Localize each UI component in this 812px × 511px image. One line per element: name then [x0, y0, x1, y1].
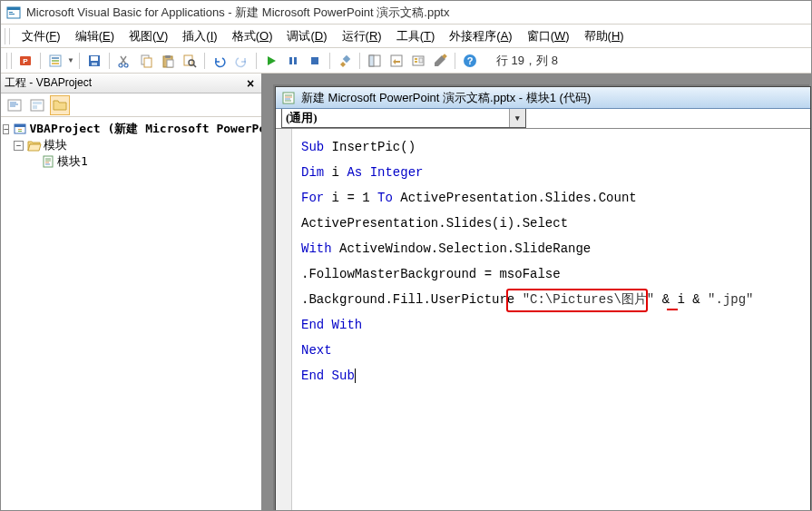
svg-line-22 [193, 64, 196, 67]
break-icon[interactable] [283, 51, 303, 71]
menu-view[interactable]: 视图(V) [122, 25, 174, 47]
svg-text:?: ? [467, 55, 474, 66]
svg-point-14 [124, 64, 128, 67]
menu-tools[interactable]: 工具(T) [390, 25, 442, 47]
code-window-titlebar[interactable]: 新建 Microsoft PowerPoint 演示文稿.pptx - 模块1 … [276, 87, 810, 109]
run-icon[interactable] [261, 51, 281, 71]
svg-rect-37 [8, 100, 21, 111]
project-pane-header: 工程 - VBAProject × [1, 74, 261, 93]
svg-rect-24 [294, 57, 297, 64]
code-dropdown-row: (通用) ▾ [276, 109, 810, 129]
code-module-icon [281, 91, 296, 105]
code-margin[interactable] [276, 129, 292, 511]
tree-root-label: VBAProject (新建 Microsoft PowerPoint 演示文稿… [29, 121, 261, 137]
collapse-icon[interactable]: − [14, 141, 24, 151]
tree-module1[interactable]: 模块1 [3, 153, 259, 170]
menubar-grip[interactable] [5, 28, 10, 44]
copy-icon[interactable] [136, 51, 156, 71]
svg-text:P: P [23, 57, 28, 65]
close-icon[interactable]: × [243, 76, 258, 91]
menu-insert[interactable]: 插入(I) [176, 25, 223, 47]
menu-help[interactable]: 帮助(H) [578, 25, 631, 47]
svg-rect-43 [33, 105, 37, 109]
menu-file[interactable]: 文件(F) [15, 25, 67, 47]
object-dropdown[interactable]: (通用) ▾ [281, 109, 526, 128]
object-browser-icon[interactable] [408, 51, 428, 71]
svg-rect-53 [283, 93, 294, 103]
toggle-folders-icon[interactable] [50, 95, 70, 115]
project-tree[interactable]: − VBAProject (新建 Microsoft PowerPoint 演示… [1, 117, 261, 173]
tree-root[interactable]: − VBAProject (新建 Microsoft PowerPoint 演示… [3, 121, 259, 137]
menubar: 文件(F) 编辑(E) 视图(V) 插入(I) 格式(O) 调试(D) 运行(R… [1, 25, 811, 48]
toolbar-grip[interactable] [6, 53, 12, 69]
project-explorer-pane: 工程 - VBAProject × − VBAProject (新建 Micro… [1, 74, 262, 511]
svg-rect-3 [9, 14, 15, 15]
cursor-position: 行 19，列 8 [496, 53, 558, 69]
undo-icon[interactable] [210, 51, 230, 71]
svg-rect-28 [369, 55, 374, 66]
menu-format[interactable]: 格式(O) [226, 25, 279, 47]
save-icon[interactable] [84, 51, 104, 71]
code-window: 新建 Microsoft PowerPoint 演示文稿.pptx - 模块1 … [275, 86, 811, 511]
svg-rect-33 [419, 58, 423, 63]
help-icon[interactable]: ? [460, 51, 480, 71]
insert-dropdown-icon[interactable]: ▼ [67, 56, 74, 64]
svg-rect-7 [52, 57, 59, 59]
svg-rect-25 [311, 57, 318, 64]
window-titlebar: Microsoft Visual Basic for Applications … [1, 1, 811, 25]
svg-rect-23 [289, 57, 292, 64]
collapse-icon[interactable]: − [3, 124, 9, 134]
menu-window[interactable]: 窗口(W) [521, 25, 576, 47]
view-ppt-icon[interactable]: P [15, 51, 35, 71]
chevron-down-icon[interactable]: ▾ [509, 109, 525, 127]
vbaproject-icon [13, 122, 27, 136]
view-code-icon[interactable] [5, 95, 24, 115]
view-object-icon[interactable] [27, 95, 47, 115]
svg-rect-9 [52, 63, 59, 64]
menu-run[interactable]: 运行(R) [336, 25, 388, 47]
svg-rect-2 [9, 12, 13, 13]
svg-rect-47 [18, 131, 22, 132]
svg-rect-42 [33, 102, 42, 104]
svg-point-13 [119, 64, 122, 67]
module-icon [41, 154, 55, 169]
object-dropdown-value: (通用) [286, 110, 318, 126]
project-pane-title: 工程 - VBAProject [5, 75, 92, 91]
code-editor[interactable]: Sub InsertPic() Dim i As Integer For i =… [292, 129, 810, 511]
svg-rect-32 [415, 61, 417, 63]
design-mode-icon[interactable] [335, 51, 355, 71]
svg-rect-8 [52, 60, 59, 62]
svg-rect-12 [92, 63, 97, 65]
app-icon [6, 5, 21, 20]
svg-rect-11 [91, 56, 98, 61]
svg-rect-18 [165, 55, 171, 58]
svg-rect-19 [167, 60, 173, 67]
project-explorer-icon[interactable] [365, 51, 385, 71]
svg-rect-26 [343, 54, 350, 62]
svg-rect-48 [44, 156, 53, 167]
code-window-title: 新建 Microsoft PowerPoint 演示文稿.pptx - 模块1 … [301, 90, 591, 106]
menu-addins[interactable]: 外接程序(A) [443, 25, 518, 47]
svg-rect-16 [144, 58, 152, 67]
svg-rect-45 [15, 124, 25, 127]
toolbar: P ▼ ? 行 19，列 8 [1, 48, 811, 74]
svg-rect-1 [7, 7, 20, 10]
menu-debug[interactable]: 调试(D) [280, 25, 333, 47]
svg-rect-46 [18, 129, 22, 130]
find-icon[interactable] [180, 51, 200, 71]
reset-icon[interactable] [305, 51, 325, 71]
toolbox-icon[interactable] [430, 51, 450, 71]
cut-icon[interactable] [114, 51, 134, 71]
mdi-area: 新建 Microsoft PowerPoint 演示文稿.pptx - 模块1 … [262, 74, 811, 511]
paste-icon[interactable] [158, 51, 178, 71]
project-pane-toolbar [1, 93, 261, 117]
window-title: Microsoft Visual Basic for Applications … [26, 5, 449, 21]
menu-edit[interactable]: 编辑(E) [69, 25, 121, 47]
tree-folder-modules[interactable]: − 模块 [3, 137, 259, 153]
tree-module-label: 模块1 [57, 153, 88, 170]
redo-icon[interactable] [231, 51, 251, 71]
properties-icon[interactable] [386, 51, 406, 71]
folder-open-icon [27, 138, 42, 152]
svg-rect-31 [415, 58, 417, 60]
insert-module-icon[interactable] [45, 51, 65, 71]
